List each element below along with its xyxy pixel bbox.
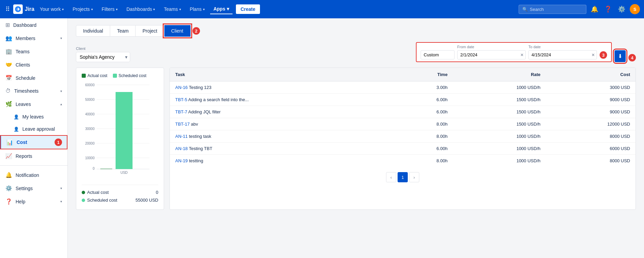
nav-teams[interactable]: Teams ▾ [160, 4, 184, 14]
sidebar-item-cost[interactable]: 📊 Cost 1 [0, 135, 67, 149]
cost-cell: 8000 USD [546, 155, 636, 167]
task-link[interactable]: AN-19 [175, 158, 188, 163]
help-button[interactable]: ❓ [603, 4, 613, 15]
sidebar-item-dashboard[interactable]: ⊞ Dashboard [0, 18, 67, 32]
user-check-icon: 👤 [14, 127, 19, 132]
from-date-group: From date ✕ [457, 45, 526, 59]
col-time: Time [395, 68, 453, 81]
sidebar-item-schedule[interactable]: 📅 Schedule [0, 71, 67, 85]
scheduled-bar [116, 92, 133, 169]
teams-icon: 🏢 [5, 48, 12, 55]
task-link[interactable]: AN-16 [175, 85, 188, 90]
jira-logo[interactable]: Jira [13, 4, 34, 14]
svg-text:10000: 10000 [85, 156, 95, 160]
task-link[interactable]: TBT-5 [175, 97, 187, 102]
search-icon: 🔍 [522, 7, 528, 12]
time-cell: 6.00h [395, 94, 453, 106]
client-select[interactable]: Sophia's Agency [76, 52, 130, 62]
sidebar-item-notification[interactable]: 🔔 Notification [0, 168, 67, 182]
sidebar-item-help[interactable]: ❓ Help ▾ [0, 195, 67, 208]
nav-filters[interactable]: Filters ▾ [98, 4, 121, 14]
date-filter-area: Custom This week This month Last month F… [416, 42, 636, 62]
sidebar-item-my-leaves[interactable]: 👤 My leaves [0, 111, 67, 123]
client-filter-label: Client [76, 47, 130, 51]
download-button[interactable]: ⬇ [615, 50, 626, 62]
brand-name: Jira [25, 6, 34, 12]
period-select[interactable]: Custom This week This month Last month [421, 50, 455, 59]
task-link[interactable]: TBT-7 [175, 109, 187, 114]
client-select-wrapper: Sophia's Agency [76, 52, 130, 62]
rate-cell: 1500 USD/h [453, 94, 546, 106]
sidebar-item-members[interactable]: 👥 Members ▾ [0, 32, 67, 45]
settings-button[interactable]: ⚙️ [616, 4, 627, 15]
legend-scheduled: Scheduled cost [113, 73, 146, 78]
sidebar-item-settings[interactable]: ⚙️ Settings ▾ [0, 182, 67, 195]
date-range-wrapper: Custom This week This month Last month F… [416, 42, 612, 62]
grid-icon[interactable]: ⠿ [4, 4, 11, 14]
sidebar-item-leaves[interactable]: 🌿 Leaves ▴ [0, 97, 67, 111]
to-date-clear-icon[interactable]: ✕ [591, 53, 595, 57]
sidebar-item-teams[interactable]: 🏢 Teams [0, 45, 67, 58]
tab-project[interactable]: Project [136, 25, 164, 37]
task-link[interactable]: TBT-17 [175, 122, 190, 127]
search-placeholder: Search [530, 7, 544, 12]
from-date-label: From date [457, 45, 526, 49]
task-link[interactable]: AN-18 [175, 146, 188, 151]
rate-cell: 1500 USD/h [453, 106, 546, 118]
svg-text:40000: 40000 [85, 112, 95, 116]
rate-cell: 1000 USD/h [453, 81, 546, 94]
sidebar-item-leave-approval[interactable]: 👤 Leave approval [0, 123, 67, 135]
task-cell: TBT-7 Adding JQL filter [170, 106, 395, 118]
tab-client[interactable]: Client [164, 25, 190, 37]
legend-actual: Actual cost [82, 73, 107, 78]
tab-team[interactable]: Team [110, 25, 136, 37]
cost-cell: 6000 USD [546, 143, 636, 155]
nav-plans[interactable]: Plans ▾ [186, 4, 208, 14]
task-cell: AN-16 Testing 123 [170, 81, 395, 94]
sidebar-item-timesheets[interactable]: ⏱ Timesheets ▾ [0, 85, 67, 97]
col-task: Task [170, 68, 395, 81]
pagination: ‹ 1 › [170, 167, 636, 188]
prev-page-button[interactable]: ‹ [386, 172, 396, 182]
table-row: AN-16 Testing 123 3.00h 1000 USD/h 3000 … [170, 81, 636, 94]
content-area: Actual cost Scheduled cost 60000 50000 4… [76, 68, 636, 210]
svg-text:30000: 30000 [85, 127, 95, 131]
tab-individual[interactable]: Individual [76, 25, 110, 37]
table-row: AN-18 Testing TBT 6.00h 1000 USD/h 6000 … [170, 143, 636, 155]
next-page-button[interactable]: › [409, 172, 419, 182]
nav-projects[interactable]: Projects ▾ [69, 4, 96, 14]
svg-text:50000: 50000 [85, 98, 95, 102]
nav-your-work[interactable]: Your work ▾ [36, 4, 67, 14]
summary-actual-row: Actual cost 0 [82, 188, 158, 196]
bar-chart: 60000 50000 40000 30000 20000 10000 0 [82, 82, 153, 174]
main-content: Individual Team Project Client 2 Client … [68, 18, 644, 258]
cost-icon: 📊 [6, 139, 13, 146]
svg-text:0: 0 [93, 167, 95, 170]
sidebar-item-clients[interactable]: 🤝 Clients [0, 58, 67, 71]
sidebar-divider [0, 165, 67, 166]
nav-apps[interactable]: Apps ▾ [210, 4, 233, 14]
to-date-input[interactable] [528, 50, 597, 59]
time-cell: 8.00h [395, 118, 453, 130]
notifications-button[interactable]: 🔔 [589, 4, 600, 15]
avatar[interactable]: S [630, 4, 640, 14]
task-link[interactable]: AN-11 [175, 134, 188, 139]
create-button[interactable]: Create [236, 4, 260, 14]
chevron-down-icon: ▾ [60, 36, 62, 40]
task-name: testing task [189, 134, 211, 139]
from-date-clear-icon[interactable]: ✕ [520, 53, 524, 57]
task-cell: TBT-17 abv [170, 118, 395, 130]
actual-cost-legend-dot [82, 74, 86, 78]
page-1-button[interactable]: 1 [398, 172, 408, 182]
from-date-input[interactable] [457, 50, 526, 59]
cost-table: Task Time Rate Cost AN-16 Testing 123 3.… [170, 68, 636, 167]
sidebar-item-reports[interactable]: 📈 Reports [0, 149, 67, 163]
dashboard-icon: ⊞ [5, 22, 10, 28]
nav-dashboards[interactable]: Dashboards ▾ [123, 4, 159, 14]
rate-cell: 1500 USD/h [453, 118, 546, 130]
client-tab-badge: 2 [193, 27, 200, 35]
chevron-down-icon: ▾ [227, 6, 229, 12]
chart-summary: Actual cost 0 Scheduled cost 55000 USD [82, 185, 158, 204]
chevron-down-icon: ▾ [116, 7, 118, 11]
search-box[interactable]: 🔍 Search [519, 5, 586, 14]
